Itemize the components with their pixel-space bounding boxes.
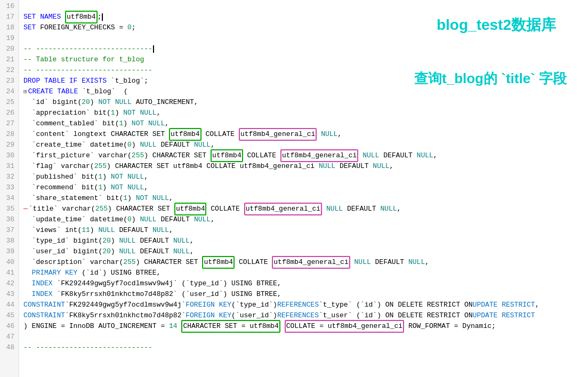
line-numbers: 16 17 18 19 20 21 22 23 24 25 26 27 28 2…	[0, 0, 19, 377]
code-line: -- ----------------------------	[23, 65, 588, 76]
code-line: INDEX `FK8ky5rrsxh01nkhctmo7d48p82` (`us…	[23, 289, 588, 300]
code-line: `views` int(11) NULL DEFAULT NULL,	[23, 225, 588, 236]
code-line: SET FOREIGN_KEY_CHECKS = 0;	[23, 22, 588, 33]
code-line: SET NAMES utf8mb4;	[23, 12, 588, 22]
code-line: `share_statement` bit(1) NOT NULL,	[23, 193, 588, 204]
code-editor: 16 17 18 19 20 21 22 23 24 25 26 27 28 2…	[0, 0, 588, 377]
code-line: `description` varchar(255) CHARACTER SET…	[23, 257, 588, 268]
code-line: ⊞CREATE TABLE `t_blog` (	[23, 86, 588, 97]
code-line: -- ----------------------------	[23, 44, 588, 54]
code-line	[23, 1, 588, 12]
code-line: -- Table structure for t_blog	[23, 54, 588, 65]
code-content: SET NAMES utf8mb4; SET FOREIGN_KEY_CHECK…	[19, 0, 588, 377]
code-line: `comment_tabled` bit(1) NOT NULL,	[23, 118, 588, 129]
code-line	[23, 33, 588, 44]
code-line: `user_id` bigint(20) NULL DEFAULT NULL,	[23, 246, 588, 257]
code-line: `flag` varchar(255) CHARACTER SET utf8mb…	[23, 161, 588, 172]
code-line: `appreciation` bit(1) NOT NULL,	[23, 108, 588, 118]
code-line: `type_id` bigint(20) NULL DEFAULT NULL,	[23, 236, 588, 246]
code-line: `id` bigint(20) NOT NULL AUTO_INCREMENT,	[23, 97, 588, 108]
code-line-constraint1: CONSTRAINT `FK292449gwg5yf7ocdlmswv9w4j`…	[23, 300, 588, 310]
code-line: DROP TABLE IF EXISTS `t_blog`;	[23, 76, 588, 86]
code-line: `recommend` bit(1) NOT NULL,	[23, 182, 588, 193]
code-line: -- ----------------------------	[23, 342, 588, 353]
code-line: `first_picture` varchar(255) CHARACTER S…	[23, 150, 588, 161]
code-line: `content` longtext CHARACTER SET utf8mb4…	[23, 129, 588, 140]
code-line: `update_time` datetime(0) NULL DEFAULT N…	[23, 214, 588, 225]
code-line	[23, 332, 588, 342]
code-line: `published` bit(1) NOT NULL,	[23, 172, 588, 182]
code-line: PRIMARY KEY (`id`) USING BTREE,	[23, 268, 588, 278]
code-line: INDEX `FK292449gwg5yf7ocdlmswv9w4j` (`ty…	[23, 278, 588, 289]
code-line-constraint2: CONSTRAINT `FK8ky5rrsxh01nkhctmo7d48p82`…	[23, 310, 588, 321]
code-line-engine: ) ENGINE = InnoDB AUTO_INCREMENT = 14 CH…	[23, 321, 588, 332]
code-line: `create_time` datetime(0) NULL DEFAULT N…	[23, 140, 588, 150]
code-line-title: —`title` varchar(255) CHARACTER SET utf8…	[23, 204, 588, 214]
